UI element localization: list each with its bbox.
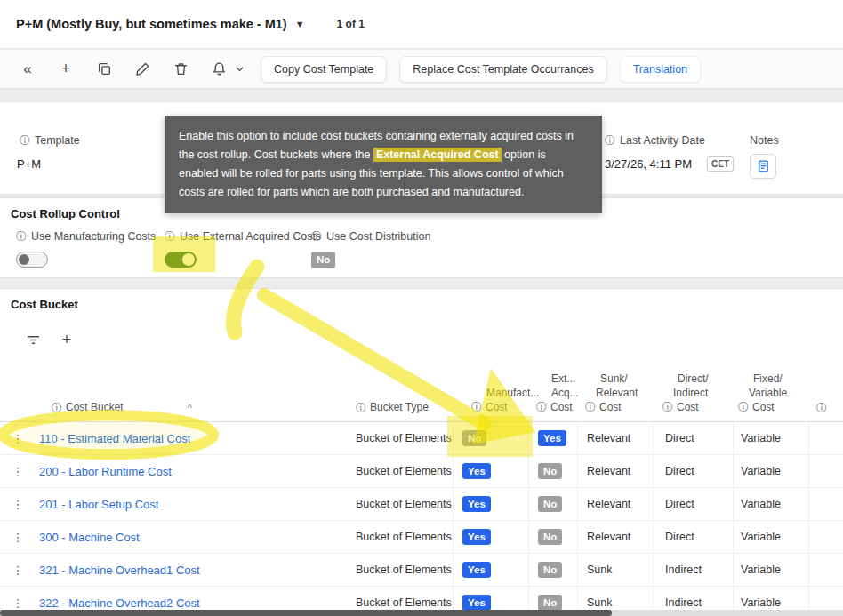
add-icon[interactable]: +	[58, 61, 74, 77]
bucket-type-cell: Bucket of Elements	[347, 455, 454, 487]
add-row-icon[interactable]: +	[59, 332, 75, 348]
sunk-relevant-cell: Sunk	[578, 587, 654, 612]
fixed-variable-cell: Variable	[734, 488, 809, 520]
row-menu-icon[interactable]: ⋮	[12, 432, 24, 445]
notifications-bell-icon[interactable]	[211, 61, 227, 77]
column-label: Variable	[738, 387, 787, 399]
cost-bucket-link[interactable]: 200 - Labor Runtime Cost	[39, 465, 172, 478]
info-icon[interactable]: ⓘ	[536, 402, 547, 412]
last-activity-label: Last Activity Date	[620, 134, 705, 147]
use-manufacturing-costs-label: Use Manufacturing Costs	[31, 230, 156, 243]
ext-acquired-cost-badge: No	[538, 529, 562, 546]
template-value: P+M	[17, 157, 80, 171]
manufacturing-cost-badge: Yes	[462, 595, 491, 612]
bucket-type-cell: Bucket of Elements	[347, 422, 454, 454]
cost-bucket-link[interactable]: 321 - Machine Overhead1 Cost	[39, 564, 200, 577]
fixed-variable-cell: Variable	[734, 521, 809, 553]
ext-acquired-cost-badge: No	[538, 463, 562, 480]
column-header-bucket-type: ⓘ Bucket Type	[347, 365, 454, 421]
column-label: Cost	[486, 401, 508, 413]
info-icon[interactable]: ⓘ	[738, 402, 749, 412]
tooltip-highlight: External Acquired Cost	[373, 148, 502, 162]
ext-acquired-cost-badge: No	[538, 562, 562, 579]
copy-cost-template-button[interactable]: Copy Cost Template	[261, 56, 387, 83]
column-header-manufacturing-cost: Manufact... ⓘCost	[454, 365, 529, 421]
notes-document-icon[interactable]	[750, 154, 776, 179]
cost-bucket-link[interactable]: 201 - Labor Setup Cost	[39, 498, 158, 511]
last-activity-field: ⓘ Last Activity Date 3/27/26, 4:11 PM CE…	[605, 134, 734, 172]
page-title: P+M (Mostly Buy, but sometimes make - M1…	[16, 17, 287, 31]
info-icon[interactable]: ⓘ	[605, 135, 615, 146]
column-header-direct-indirect-cost: Direct/ Indirect ⓘCost	[654, 365, 734, 421]
column-label: Bucket Type	[370, 401, 429, 413]
chevron-down-icon[interactable]	[234, 61, 245, 77]
use-external-acquired-costs-toggle[interactable]	[165, 252, 197, 268]
translation-button[interactable]: Translation	[620, 56, 701, 83]
info-icon[interactable]: ⓘ	[165, 231, 175, 242]
cost-bucket-toolbar: +	[25, 332, 75, 348]
toggle-knob	[182, 253, 195, 266]
scrollbar-thumb[interactable]	[0, 610, 612, 616]
cost-bucket-link[interactable]: 322 - Machine Overhead2 Cost	[39, 596, 200, 610]
column-header-fixed-variable-cost: Fixed/ Variable ⓘCost	[734, 365, 809, 421]
direct-indirect-cell: Indirect	[654, 587, 734, 612]
sunk-relevant-cell: Relevant	[578, 488, 654, 520]
info-icon[interactable]: ⓘ	[311, 231, 322, 242]
cost-rollup-title: Cost Rollup Control	[11, 207, 120, 220]
sunk-relevant-cell: Relevant	[578, 521, 654, 553]
timezone-badge: CET	[707, 156, 734, 172]
info-icon[interactable]: ⓘ	[585, 402, 596, 412]
action-toolbar: « + Copy Cost Template Replace Cost Temp…	[0, 50, 843, 89]
column-label: Sunk/	[585, 372, 628, 385]
notes-field: Notes	[750, 134, 779, 179]
row-menu-icon[interactable]: ⋮	[12, 498, 24, 511]
column-label: Cost	[550, 401, 573, 413]
row-menu-icon[interactable]: ⋮	[12, 564, 24, 577]
sunk-relevant-cell: Relevant	[578, 422, 654, 454]
table-row: ⋮ 201 - Labor Setup Cost Bucket of Eleme…	[0, 488, 843, 521]
ext-acquired-cost-badge: Yes	[538, 430, 566, 447]
row-menu-icon[interactable]: ⋮	[12, 596, 24, 610]
ext-acquired-cost-badge: No	[538, 496, 562, 513]
info-icon[interactable]: ⓘ	[471, 402, 482, 412]
direct-indirect-cell: Direct	[654, 455, 734, 487]
column-label: Cost	[677, 401, 699, 413]
column-label: Cost	[599, 401, 622, 413]
replace-cost-template-button[interactable]: Replace Cost Template Occurrances	[399, 56, 606, 83]
manufacturing-cost-badge: No	[462, 430, 486, 447]
delete-trash-icon[interactable]	[173, 61, 189, 77]
info-icon[interactable]: ⓘ	[52, 403, 62, 413]
use-cost-distribution-control: ⓘ Use Cost Distribution No	[311, 230, 430, 268]
sort-ascending-icon[interactable]: ^	[188, 403, 192, 413]
info-icon[interactable]: ⓘ	[20, 135, 30, 146]
cost-bucket-title: Cost Bucket	[11, 298, 78, 311]
manufacturing-cost-badge: Yes	[462, 496, 491, 513]
info-icon[interactable]: ⓘ	[662, 402, 673, 412]
collapse-icon[interactable]: «	[20, 61, 36, 77]
column-header-cost-bucket[interactable]: ⓘ Cost Bucket ^	[0, 365, 347, 421]
template-label: Template	[35, 134, 80, 147]
template-field: ⓘ Template P+M	[20, 134, 80, 171]
info-icon[interactable]: ⓘ	[356, 403, 366, 413]
cost-bucket-link[interactable]: 300 - Machine Cost	[39, 531, 140, 544]
row-menu-icon[interactable]: ⋮	[12, 465, 24, 478]
bucket-type-cell: Bucket of Elements	[347, 554, 454, 586]
use-cost-distribution-badge: No	[311, 252, 335, 268]
fixed-variable-cell: Variable	[734, 554, 809, 586]
column-label: Acq...	[536, 387, 579, 399]
row-menu-icon[interactable]: ⋮	[12, 531, 24, 544]
edit-pencil-icon[interactable]	[134, 61, 150, 77]
duplicate-icon[interactable]	[96, 61, 112, 77]
info-icon[interactable]: ⓘ	[16, 231, 27, 242]
filter-icon[interactable]	[25, 332, 41, 348]
column-label: Relevant	[585, 387, 638, 399]
column-header-ext-acquired-cost: Ext... Acq... ⓘCost	[529, 365, 578, 421]
record-header: P+M (Mostly Buy, but sometimes make - M1…	[0, 0, 843, 49]
cost-bucket-link[interactable]: 110 - Estimated Material Cost	[39, 432, 190, 445]
direct-indirect-cell: Direct	[654, 488, 734, 520]
toggle-knob	[19, 254, 29, 265]
info-icon[interactable]: ⓘ	[816, 403, 827, 413]
use-manufacturing-costs-toggle[interactable]	[16, 252, 48, 268]
horizontal-scrollbar	[0, 610, 843, 616]
title-dropdown-icon[interactable]: ▼	[295, 19, 305, 29]
